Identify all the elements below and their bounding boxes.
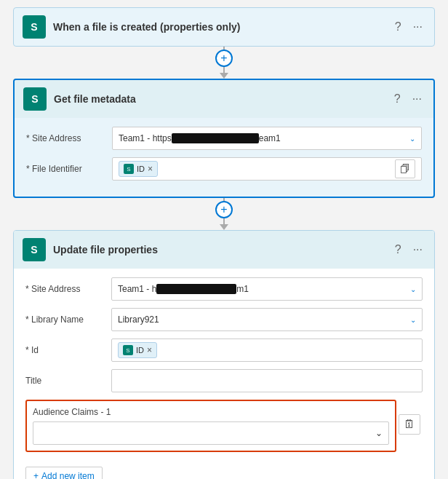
title-label: Title	[25, 376, 105, 386]
audience-claims-chevron: ⌄	[375, 428, 383, 438]
site-address-value: Team1 - httpseam1	[119, 133, 409, 144]
connector-arrow-1	[220, 73, 228, 79]
audience-claims-input[interactable]: ⌄	[33, 421, 389, 445]
redacted-1	[172, 133, 259, 143]
file-identifier-label: * File Identifier	[26, 164, 106, 174]
add-item-plus: +	[33, 471, 39, 479]
token-icon: S	[124, 164, 134, 174]
library-name-chevron: ⌄	[410, 316, 416, 324]
site-address-row: * Site Address Team1 - httpseam1 ⌄	[26, 127, 422, 150]
trigger-more-btn[interactable]: ···	[410, 19, 425, 35]
update-file-card: S Update file properties ? ··· * Site Ad…	[13, 230, 435, 479]
trigger-actions: ? ···	[392, 19, 425, 35]
get-metadata-actions: ? ···	[391, 91, 425, 107]
trigger-title: When a file is created (properties only)	[53, 21, 385, 33]
add-item-btn[interactable]: + Add new item	[25, 467, 103, 479]
get-metadata-title: Get file metadata	[54, 93, 384, 105]
add-step-btn-2[interactable]: +	[215, 201, 233, 218]
update-site-address-row: * Site Address Team1 - hm1 ⌄	[25, 277, 423, 301]
update-site-address-input[interactable]: Team1 - hm1 ⌄	[111, 277, 423, 301]
token-label-2: ID	[136, 346, 144, 355]
get-metadata-body: * Site Address Team1 - httpseam1 ⌄ * Fil…	[15, 118, 433, 197]
library-name-row: * Library Name Library921 ⌄	[25, 308, 423, 331]
update-file-help-btn[interactable]: ?	[392, 242, 404, 258]
audience-claims-append-btn[interactable]: 🗓	[399, 414, 420, 435]
trigger-card: S When a file is created (properties onl…	[13, 7, 435, 47]
get-metadata-header: S Get file metadata ? ···	[15, 80, 433, 118]
id-token-tag: S ID ×	[119, 161, 158, 177]
update-site-address-chevron: ⌄	[410, 285, 416, 293]
trigger-help-btn[interactable]: ?	[392, 19, 404, 35]
file-identifier-row: * File Identifier S ID × 🗍	[26, 157, 422, 181]
update-file-actions: ? ···	[392, 242, 425, 258]
add-step-btn-1[interactable]: +	[215, 50, 233, 67]
update-id-input[interactable]: S ID ×	[111, 339, 423, 362]
connector-arrow-2	[220, 224, 228, 230]
audience-claims-label: Audience Claims - 1	[33, 407, 389, 417]
audience-claims-section: Audience Claims - 1 ⌄	[25, 400, 396, 452]
update-file-more-btn[interactable]: ···	[410, 242, 425, 258]
file-picker-btn[interactable]: 🗍	[395, 159, 415, 178]
append-icon-container: 🗓	[396, 400, 423, 449]
get-metadata-help-btn[interactable]: ?	[391, 91, 404, 107]
update-file-header: S Update file properties ? ···	[14, 231, 434, 269]
site-address-input[interactable]: Team1 - httpseam1 ⌄	[112, 127, 422, 150]
get-metadata-card: S Get file metadata ? ··· * Site Address…	[13, 79, 435, 198]
connector-2: +	[220, 198, 228, 230]
token-close-btn[interactable]: ×	[148, 164, 153, 174]
site-address-chevron: ⌄	[409, 135, 415, 143]
get-metadata-icon: S	[23, 87, 47, 111]
update-file-icon: S	[23, 238, 46, 261]
title-input[interactable]	[111, 369, 423, 392]
update-file-body: * Site Address Team1 - hm1 ⌄ * Library N…	[14, 269, 434, 479]
token-label: ID	[137, 165, 145, 173]
token-close-btn-2[interactable]: ×	[147, 345, 152, 355]
update-id-label: * Id	[25, 345, 105, 355]
library-name-value: Library921	[118, 314, 410, 325]
audience-claims-container: Audience Claims - 1 ⌄ 🗓	[25, 400, 423, 459]
library-name-label: * Library Name	[25, 314, 105, 325]
update-file-title: Update file properties	[53, 244, 385, 256]
update-site-address-value: Team1 - hm1	[118, 284, 410, 295]
token-icon-2: S	[123, 345, 133, 355]
library-name-input[interactable]: Library921 ⌄	[111, 308, 423, 331]
redacted-2	[156, 284, 236, 294]
file-identifier-input[interactable]: S ID × 🗍	[112, 157, 422, 181]
trigger-icon: S	[23, 15, 46, 39]
get-metadata-more-btn[interactable]: ···	[409, 91, 425, 107]
flow-canvas: S When a file is created (properties onl…	[7, 7, 441, 479]
connector-1: +	[220, 47, 228, 79]
id-token-tag-2: S ID ×	[118, 342, 157, 358]
site-address-label: * Site Address	[26, 133, 106, 143]
update-id-row: * Id S ID ×	[25, 339, 423, 362]
add-item-label: Add new item	[41, 471, 95, 479]
title-row: Title	[25, 369, 423, 392]
update-site-address-label: * Site Address	[25, 284, 105, 294]
